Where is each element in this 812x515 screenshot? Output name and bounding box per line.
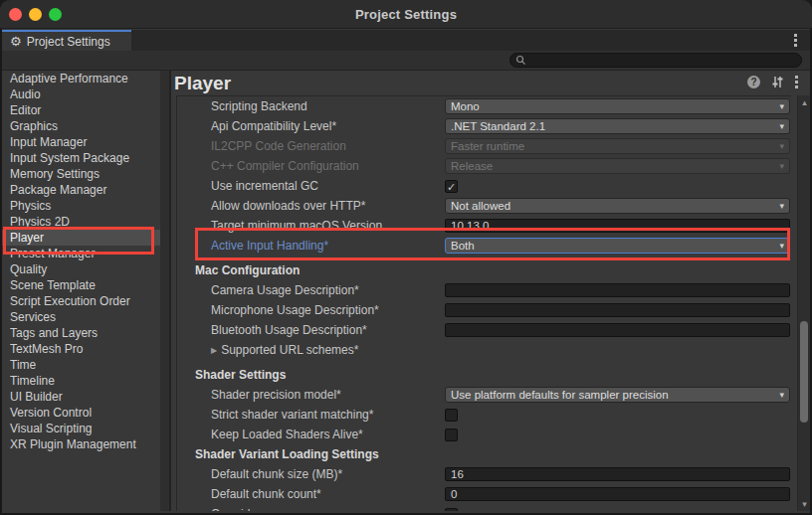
sidebar-item-quality[interactable]: Quality [2,261,160,277]
dropdown: Release▾ [445,158,790,174]
row-label: Target minimum macOS Version [211,216,382,236]
dropdown: Faster runtime▾ [445,138,790,154]
settings-row: Scripting BackendMono▾ [177,96,791,116]
text-field[interactable] [445,283,790,297]
toolbar [2,51,810,71]
dropdown-value: Use platform defaults for sampler precis… [451,389,779,401]
dropdown[interactable]: Use platform defaults for sampler precis… [445,387,790,403]
project-settings-window: Project Settings ⚙ Project Settings Adap… [0,0,812,515]
sidebar-item-player[interactable]: Player [2,230,160,246]
dropdown[interactable]: Mono▾ [445,98,790,114]
row-label: Override [211,504,257,511]
checkbox[interactable] [445,429,458,441]
sidebar-item-preset-manager[interactable]: Preset Manager [2,246,160,261]
search-icon [515,55,526,66]
content-scrollbar[interactable]: ▴ ▾ [797,95,810,511]
search-input[interactable] [530,55,789,67]
sidebar-scrollbar-track[interactable] [160,71,169,511]
settings-row: Default chunk size (MB)*16 [177,464,791,484]
scrollbar-thumb[interactable] [800,321,808,423]
tab-project-settings[interactable]: ⚙ Project Settings [2,30,131,51]
dropdown-value: Not allowed [451,200,779,212]
settings-category-list: Adaptive PerformanceAudioEditorGraphicsI… [2,71,160,511]
settings-row: Allow downloads over HTTP*Not allowed▾ [177,196,791,216]
sidebar-item-input-manager[interactable]: Input Manager [2,134,160,150]
settings-row: Api Compatibility Level*.NET Standard 2.… [177,116,791,136]
sidebar-item-editor[interactable]: Editor [2,102,160,118]
presets-icon[interactable] [771,76,784,88]
scroll-down-icon[interactable]: ▾ [798,499,811,509]
sidebar-item-graphics[interactable]: Graphics [2,118,160,134]
settings-row: Shader precision model*Use platform defa… [177,385,791,405]
row-label: IL2CPP Code Generation [211,136,346,156]
settings-row: Bluetooth Usage Description* [177,320,791,340]
text-field[interactable] [445,303,790,317]
row-label: Shader precision model* [211,385,341,405]
titlebar: Project Settings [0,0,812,29]
row-label: Strict shader variant matching* [211,405,373,425]
sidebar-item-ui-builder[interactable]: UI Builder [2,389,160,405]
pane-splitter[interactable] [169,71,171,511]
row-label: Use incremental GC [211,176,318,196]
row-label: Microphone Usage Description* [211,300,379,320]
dropdown[interactable]: Both▾ [445,238,790,254]
row-label: Camera Usage Description* [211,280,359,300]
text-field[interactable] [445,323,790,337]
row-label: Scripting Backend [211,96,307,116]
tab-menu-icon[interactable] [794,34,797,47]
sidebar-item-scene-template[interactable]: Scene Template [2,277,160,293]
tab-label: Project Settings [27,35,110,49]
player-settings-panel: Scripting BackendMono▾Api Compatibility … [176,95,791,511]
dropdown-value: Faster runtime [451,140,779,152]
sidebar-item-visual-scripting[interactable]: Visual Scripting [2,421,160,436]
sidebar-item-input-system-package[interactable]: Input System Package [2,150,160,166]
row-label: Bluetooth Usage Description* [211,320,367,340]
sidebar-item-audio[interactable]: Audio [2,86,160,102]
sidebar-item-tags-and-layers[interactable]: Tags and Layers [2,325,160,341]
settings-row: Active Input Handling*Both▾ [177,236,791,256]
sidebar-item-textmesh-pro[interactable]: TextMesh Pro [2,341,160,357]
settings-row: Microphone Usage Description* [177,300,791,320]
search-box[interactable] [509,53,802,68]
sidebar-item-timeline[interactable]: Timeline [2,373,160,389]
sidebar-item-physics-2d[interactable]: Physics 2D [2,214,160,230]
checkbox[interactable] [445,508,458,512]
help-icon[interactable]: ? [747,76,760,88]
dropdown-value: .NET Standard 2.1 [451,120,779,132]
sidebar-item-package-manager[interactable]: Package Manager [2,182,160,198]
settings-row: Camera Usage Description* [177,280,791,300]
dropdown[interactable]: .NET Standard 2.1▾ [445,118,790,134]
row-label: Allow downloads over HTTP* [211,196,365,216]
settings-row: Keep Loaded Shaders Alive* [177,425,791,444]
scroll-up-icon[interactable]: ▴ [798,97,811,107]
row-label: Active Input Handling* [211,236,328,256]
text-field[interactable]: 10.13.0 [445,219,790,233]
sidebar-item-xr-plugin-management[interactable]: XR Plugin Management [2,436,160,452]
settings-row: C++ Compiler ConfigurationRelease▾ [177,156,791,176]
row-label[interactable]: ▶Supported URL schemes* [211,340,358,360]
text-field[interactable]: 0 [445,487,790,501]
settings-row: IL2CPP Code GenerationFaster runtime▾ [177,136,791,156]
sidebar-item-time[interactable]: Time [2,357,160,373]
section-header: Shader Settings [177,365,791,385]
checkbox[interactable]: ✓ [445,180,458,193]
row-label: Default chunk count* [211,484,321,504]
section-header: Mac Configuration [177,260,791,280]
text-field-value: 16 [451,468,464,480]
sidebar-item-memory-settings[interactable]: Memory Settings [2,166,160,182]
sidebar-item-physics[interactable]: Physics [2,198,160,214]
sidebar-item-version-control[interactable]: Version Control [2,405,160,421]
settings-row: Use incremental GC✓ [177,176,791,196]
sidebar-item-services[interactable]: Services [2,309,160,325]
chevron-down-icon: ▾ [779,141,784,151]
sidebar-item-adaptive-performance[interactable]: Adaptive Performance [2,71,160,86]
sidebar-item-script-execution-order[interactable]: Script Execution Order [2,293,160,309]
text-field[interactable]: 16 [445,467,790,481]
panel-menu-icon[interactable] [795,76,798,88]
settings-row: Strict shader variant matching* [177,405,791,425]
chevron-down-icon: ▾ [779,121,784,131]
window-title: Project Settings [0,7,812,22]
foldout-arrow-icon[interactable]: ▶ [211,346,217,355]
dropdown[interactable]: Not allowed▾ [445,198,790,214]
checkbox[interactable] [445,409,458,422]
